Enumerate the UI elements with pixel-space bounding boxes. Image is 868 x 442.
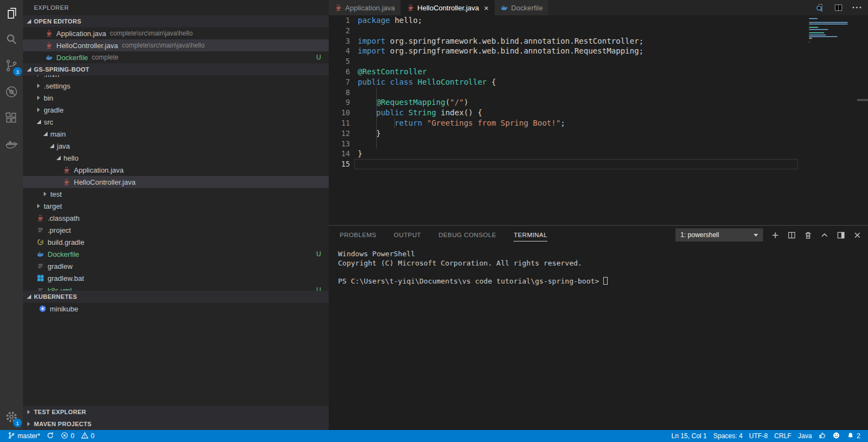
line-number: 8 (329, 87, 350, 98)
tree-item--settings[interactable]: .settings (23, 80, 329, 92)
activity-source-control[interactable]: 3 (0, 52, 23, 79)
open-changes-button[interactable] (815, 3, 825, 13)
tree-item-bin[interactable]: bin (23, 92, 329, 104)
activity-debug[interactable] (0, 79, 23, 105)
activity-search[interactable] (0, 26, 23, 52)
activity-bar: 3 1 (0, 0, 23, 430)
close-icon[interactable]: × (484, 4, 489, 12)
tree-item-k8s-yml[interactable]: k8s.ymlU (23, 284, 329, 291)
activity-docker[interactable] (0, 131, 23, 157)
git-status-badge: U (316, 286, 321, 291)
tree-item-hellocontroller-java[interactable]: HelloController.java (23, 176, 329, 188)
maximize-panel-button[interactable] (820, 231, 829, 239)
section-project[interactable]: GS-SPRING-BOOT (23, 63, 329, 75)
java-file-icon (45, 42, 53, 50)
tree-item-build-gradle[interactable]: build.gradle (23, 236, 329, 248)
line-number: 7 (329, 77, 350, 87)
split-editor-button[interactable] (834, 3, 843, 13)
editor-scrollbar[interactable] (857, 15, 868, 225)
open-editor-label: HelloController.java (56, 42, 118, 50)
tree-item-application-java[interactable]: Application.java (23, 164, 329, 176)
tree-item--project[interactable]: .project (23, 224, 329, 236)
panel-actions (771, 231, 861, 239)
activity-explorer[interactable] (0, 0, 23, 26)
code-text: public class HelloController { (358, 77, 868, 87)
status-cursor-position[interactable]: Ln 15, Col 1 (668, 430, 710, 442)
list-file-icon (36, 226, 44, 234)
section-test-explorer[interactable]: TEST EXPLORER (23, 406, 329, 418)
more-actions-button[interactable]: ··· (852, 3, 863, 13)
chevron-collapsed-icon (36, 203, 42, 209)
panel-tab-terminal[interactable]: TERMINAL (514, 226, 547, 244)
split-terminal-button[interactable] (788, 231, 796, 239)
status-encoding[interactable]: UTF-8 (746, 430, 771, 442)
status-eol[interactable]: CRLF (771, 430, 795, 442)
open-editor-item[interactable]: HelloController.javacomplete\src\main\ja… (23, 39, 329, 51)
tree-item-java[interactable]: java (23, 140, 329, 152)
section-open-editors[interactable]: OPEN EDITORS (23, 15, 329, 27)
activity-extensions[interactable] (0, 105, 23, 131)
panel-tab-problems[interactable]: PROBLEMS (340, 226, 376, 244)
status-errors[interactable]: 0 (57, 430, 78, 442)
status-label: master* (18, 432, 40, 440)
section-kubernetes[interactable]: KUBERNETES (23, 291, 329, 303)
terminal-cursor (603, 277, 608, 285)
tab-dockerfile[interactable]: Dockerfile (495, 0, 549, 15)
tree-item-hello[interactable]: hello (23, 152, 329, 164)
terminal-content[interactable]: Windows PowerShellCopyright (C) Microsof… (329, 244, 868, 430)
status-warnings[interactable]: 0 (78, 430, 98, 442)
line-number: 1 (329, 15, 350, 26)
activity-bar-top: 3 (0, 0, 23, 157)
tree-item-gradlew[interactable]: gradlew (23, 260, 329, 272)
panel-header: PROBLEMSOUTPUTDEBUG CONSOLETERMINAL 1: p… (329, 226, 868, 244)
tree-item-src[interactable]: src (23, 116, 329, 128)
kubernetes-item-minikube[interactable]: minikube (23, 303, 329, 315)
status-indentation[interactable]: Spaces: 4 (710, 430, 745, 442)
code-line: 1package hello; (329, 15, 868, 26)
code-editor[interactable]: 1package hello;23import org.springframew… (329, 15, 868, 225)
tab-hellocontroller-java[interactable]: HelloController.java× (401, 0, 494, 15)
tree-item-dockerfile[interactable]: DockerfileU (23, 248, 329, 260)
tree-item-main[interactable]: main (23, 128, 329, 140)
code-lines: 1package hello;23import org.springframew… (329, 15, 868, 169)
terminal-line (338, 268, 868, 277)
panel-tab-debug-console[interactable]: DEBUG CONSOLE (439, 226, 497, 244)
status-label: 0 (91, 432, 95, 440)
section-maven-projects[interactable]: MAVEN PROJECTS (23, 418, 329, 430)
tab-application-java[interactable]: Application.java (329, 0, 400, 15)
new-terminal-button[interactable] (771, 231, 779, 239)
tree-item-gradlew-bat[interactable]: gradlew.bat (23, 272, 329, 284)
search-icon (4, 32, 19, 46)
status-feedback-thumb[interactable] (815, 430, 829, 442)
tree-item-label: gradle (44, 106, 63, 114)
tree-item--classpath[interactable]: .classpath (23, 212, 329, 224)
status-language-mode[interactable]: Java (795, 430, 815, 442)
open-editor-item[interactable]: DockerfilecompleteU (23, 51, 329, 63)
status-sync[interactable] (43, 430, 57, 442)
panel-tab-output[interactable]: OUTPUT (394, 226, 421, 244)
tree-item-test[interactable]: test (23, 188, 329, 200)
open-editor-item[interactable]: Application.javacomplete\src\main\java\h… (23, 27, 329, 39)
tab-label: Application.java (345, 4, 395, 12)
tree-item-label: Application.java (74, 166, 124, 174)
code-line: 9 @RequestMapping("/") (329, 97, 868, 108)
close-panel-button[interactable] (853, 231, 861, 239)
chevron-collapsed-icon (36, 95, 42, 101)
line-number: 9 (329, 97, 350, 108)
activity-settings[interactable]: 1 (0, 404, 23, 430)
explorer-sidebar: EXPLORER OPEN EDITORS Application.javaco… (23, 0, 329, 430)
tree-item-label: target (44, 202, 62, 210)
toggle-panel-position-button[interactable] (837, 231, 845, 239)
tree-item-gradle[interactable]: gradle (23, 104, 329, 116)
kill-terminal-button[interactable] (804, 231, 812, 239)
tree-item-target[interactable]: target (23, 200, 329, 212)
minimap[interactable] (807, 16, 854, 48)
status-notifications[interactable]: 2 (843, 430, 864, 442)
line-number: 2 (329, 26, 350, 36)
status-feedback-smiley[interactable] (829, 430, 843, 442)
error-icon (61, 432, 68, 441)
tree-item--mvn[interactable]: .mvn (23, 75, 329, 80)
terminal-instance-select[interactable]: 1: powershell (675, 228, 763, 241)
status-git-branch[interactable]: master* (4, 430, 43, 442)
status-bar: master*00 Ln 15, Col 1Spaces: 4UTF-8CRLF… (0, 430, 868, 442)
